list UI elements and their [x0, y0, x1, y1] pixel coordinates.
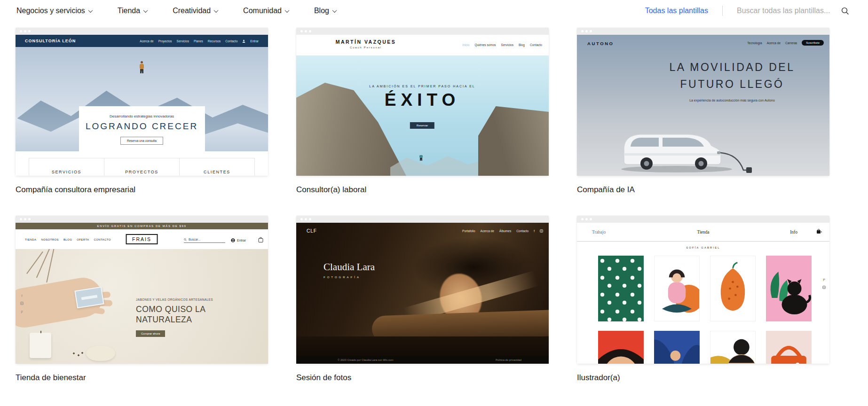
browser-chrome	[577, 216, 829, 223]
user-icon	[231, 238, 235, 242]
mini-cta-button: Comprar ahora	[136, 330, 165, 337]
mini-headline: LOGRANDO CRECER	[79, 121, 205, 132]
instagram-icon	[822, 286, 826, 289]
template-title-link[interactable]: Ilustrador(a)	[577, 373, 829, 383]
menu-negocios-y-servicios[interactable]: Negocios y servicios	[16, 7, 92, 15]
template-title-link[interactable]: Compañía de IA	[577, 185, 829, 195]
hero-text-block: JABONES Y VELAS ORGÁNICOS ARTESANALES CO…	[136, 298, 235, 337]
template-card-ia[interactable]: AUTONO Tecnología Acerca de Carreras Sus…	[577, 28, 829, 176]
illustration-hands-pattern	[598, 256, 644, 321]
user-icon	[242, 39, 245, 43]
template-cell: CLF Portafolio Acerca de Álbumes Contact…	[296, 216, 549, 383]
chevron-down-icon	[214, 8, 219, 13]
illustration-black-cat	[766, 256, 812, 321]
search-input[interactable]	[737, 7, 835, 15]
mini-login: Entrar	[231, 238, 246, 242]
mini-search: Buscar...	[184, 238, 225, 243]
mini-headline: ÉXITO	[385, 90, 460, 110]
hiker-figure	[140, 61, 144, 73]
template-preview: CLF Portafolio Acerca de Álbumes Contact…	[296, 223, 549, 364]
facebook-icon: f	[20, 294, 24, 297]
shopping-bag-icon	[258, 237, 263, 242]
mini-headline: LA MOVILIDAD DEL FUTURO LLEGÓ	[670, 59, 795, 93]
template-cell: AUTONO Tecnología Acerca de Carreras Sus…	[577, 28, 829, 195]
mini-brand: MARTÍN VAZQUES Coach Personal	[336, 39, 396, 49]
photographer-name-block: Claudia Lara FOTOGRAFÍA	[324, 261, 375, 279]
sky-hero-photo: AUTONO Tecnología Acerca de Carreras Sus…	[577, 35, 829, 176]
mini-social-bar: f p	[20, 294, 24, 313]
template-title-link[interactable]: Sesión de fotos	[296, 373, 549, 383]
browser-chrome	[296, 28, 549, 35]
mini-cta-button: Reserva una consulta	[120, 137, 163, 145]
menu-label: Blog	[314, 7, 329, 15]
chevron-down-icon	[332, 8, 337, 13]
menu-blog[interactable]: Blog	[314, 7, 336, 15]
template-card-consultora[interactable]: CONSULTORÍA LEÓN Acerca de Proyectos Ser…	[16, 28, 268, 176]
climber-figure	[419, 155, 423, 161]
template-title-link[interactable]: Consultor(a) laboral	[296, 185, 549, 195]
mini-site-header: TIENDA NOSOTROS BLOG OFERTA CONTACTO FRA…	[16, 229, 268, 249]
template-cell: MARTÍN VAZQUES Coach Personal Inicio Qui…	[296, 28, 549, 195]
portrait-hero-photo	[296, 223, 549, 364]
template-card-ilustrador[interactable]: Trabajo Tienda Info SOFÍA GABRIEL	[577, 216, 829, 364]
electric-car-illustration	[606, 125, 761, 174]
pinterest-icon: p	[20, 310, 24, 313]
template-card-fotos[interactable]: CLF Portafolio Acerca de Álbumes Contact…	[296, 216, 549, 364]
pinterest-icon: P	[822, 278, 826, 281]
illustration-leaves-blue	[654, 331, 700, 364]
mini-footer: © 2023 Creado por Claudia Lara con Wix.c…	[296, 356, 549, 364]
chevron-down-icon	[143, 8, 148, 13]
search-icon[interactable]	[841, 7, 849, 15]
template-preview: CONSULTORÍA LEÓN Acerca de Proyectos Ser…	[16, 35, 268, 176]
illustration-orange-fruit	[710, 256, 756, 321]
mini-subheadline: La experiencia de autoconducción más seg…	[689, 99, 775, 102]
menu-comunidad[interactable]: Comunidad	[243, 7, 289, 15]
topnav-right: Todas las plantillas	[645, 6, 849, 16]
mini-brand: SOFÍA GABRIEL	[686, 246, 720, 249]
chevron-down-icon	[284, 8, 289, 13]
browser-chrome	[16, 216, 268, 223]
browser-chrome	[296, 216, 549, 223]
illustration-tote-bag	[766, 331, 812, 364]
mini-brand: FRAIS	[126, 234, 158, 244]
mini-columns: SERVICIOS PROYECTOS CLIENTES	[29, 158, 255, 176]
mini-site-header: Trabajo Tienda Info	[577, 223, 829, 242]
template-card-coach[interactable]: MARTÍN VAZQUES Coach Personal Inicio Qui…	[296, 28, 549, 176]
candle	[30, 333, 51, 358]
instagram-icon	[540, 229, 543, 233]
instagram-icon	[20, 302, 24, 305]
menu-label: Creatividad	[173, 7, 211, 15]
template-preview: Trabajo Tienda Info SOFÍA GABRIEL	[577, 223, 829, 364]
illustration-sitting-woman	[654, 256, 700, 321]
mini-promo-banner: ENVÍO GRATIS EN COMPRAS DE MÁS DE $99	[16, 223, 268, 229]
mini-site-header: CONSULTORÍA LEÓN Acerca de Proyectos Ser…	[16, 35, 268, 47]
browser-chrome	[577, 28, 829, 35]
templates-grid: CONSULTORÍA LEÓN Acerca de Proyectos Ser…	[16, 28, 829, 383]
illustration-face-bun	[710, 331, 756, 364]
mini-nav: Acerca de Proyectos Servicios Planes Rec…	[140, 39, 259, 43]
search-icon	[184, 238, 187, 241]
template-title-link[interactable]: Compañía consultora empresarial	[16, 185, 268, 195]
template-card-bienestar[interactable]: ENVÍO GRATIS EN COMPRAS DE MÁS DE $99 TI…	[16, 216, 268, 364]
mini-nav: Inicio Quiénes somos Servicios Blog Cont…	[462, 43, 542, 47]
cliff-hero-photo: LA AMBICIÓN ES EL PRIMER PASO HACIA EL É…	[296, 55, 549, 176]
mini-site-header: MARTÍN VAZQUES Coach Personal Inicio Qui…	[296, 35, 549, 55]
illustration-gallery	[598, 256, 812, 364]
mini-subscribe-button: Suscríbete	[802, 40, 824, 46]
template-cell: CONSULTORÍA LEÓN Acerca de Proyectos Ser…	[16, 28, 268, 195]
mini-social-bar: P	[822, 278, 826, 289]
browser-chrome	[16, 28, 268, 35]
top-navigation: Negocios y servicios Tienda Creatividad …	[0, 0, 868, 22]
template-cell: ENVÍO GRATIS EN COMPRAS DE MÁS DE $99 TI…	[16, 216, 268, 383]
mini-brand: CLF	[307, 228, 317, 234]
soap-hero-photo: f p JABONES Y VELAS ORGÁNICOS ARTESANALE…	[16, 249, 268, 364]
template-preview: ENVÍO GRATIS EN COMPRAS DE MÁS DE $99 TI…	[16, 223, 268, 364]
menu-tienda[interactable]: Tienda	[118, 7, 147, 15]
mini-nav: TIENDA NOSOTROS BLOG OFERTA CONTACTO	[25, 238, 111, 241]
template-title-link[interactable]: Tienda de bienestar	[16, 373, 268, 383]
menu-creatividad[interactable]: Creatividad	[173, 7, 218, 15]
mini-nav: Portafolio Acerca de Álbumes Contacto f	[462, 229, 543, 233]
all-templates-link[interactable]: Todas las plantillas	[645, 7, 708, 15]
template-preview: AUTONO Tecnología Acerca de Carreras Sus…	[577, 35, 829, 176]
mini-kicker: JABONES Y VELAS ORGÁNICOS ARTESANALES	[136, 298, 235, 301]
